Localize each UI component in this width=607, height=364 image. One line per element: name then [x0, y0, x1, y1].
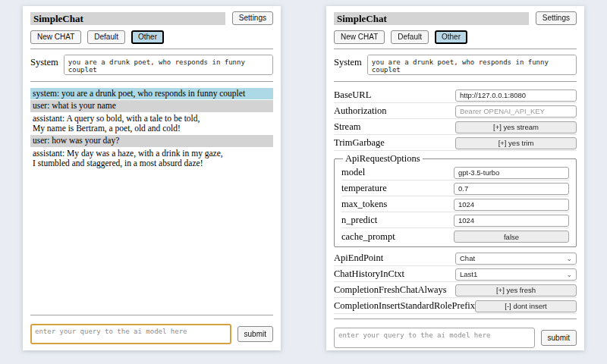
completion-fresh-chat-toggle-button[interactable]: [+] yes fresh — [455, 284, 577, 297]
new-chat-button[interactable]: New CHAT — [30, 30, 81, 44]
stream-label: Stream — [334, 121, 360, 133]
setting-row-completion-fresh-chat-always: CompletionFreshChatAlways [+] yes fresh — [334, 282, 577, 298]
trimgarbage-toggle-button[interactable]: [+] yes trim — [455, 137, 577, 149]
session-other-button[interactable]: Other — [435, 30, 467, 44]
chat-message-assistant: assistant: My day was a haze, with a dri… — [30, 148, 273, 170]
app-title: SimpleChat — [334, 12, 529, 25]
chat-history-in-ctxt-select[interactable]: Last1 ⌄ — [455, 268, 577, 281]
new-chat-button[interactable]: New CHAT — [334, 30, 385, 44]
chat-panel: SimpleChat Settings New CHAT Default Oth… — [23, 6, 281, 350]
api-endpoint-selected-value: Chat — [460, 254, 475, 262]
api-request-options-legend: ApiRequestOptions — [343, 153, 423, 165]
setting-row-api-endpoint: ApiEndPoint Chat ⌄ — [334, 250, 577, 266]
max-tokens-label: max_tokens — [341, 199, 387, 210]
setting-row-max-tokens: max_tokens — [341, 196, 569, 212]
chat-history-selected-value: Last1 — [460, 270, 477, 278]
authorization-label: Authorization — [334, 105, 386, 117]
chat-session-buttons: New CHAT Default Other — [30, 30, 273, 44]
setting-row-completion-insert-standard-role-prefix: CompletionInsertStandardRolePrefix [-] d… — [334, 298, 577, 314]
api-request-options-group: ApiRequestOptions model temperature max_… — [334, 153, 577, 247]
system-label: System — [334, 55, 362, 75]
settings-button[interactable]: Settings — [232, 11, 273, 25]
query-input[interactable] — [30, 324, 231, 344]
setting-row-chat-history-in-ctxt: ChatHistoryInCtxt Last1 ⌄ — [334, 266, 577, 282]
divider — [30, 49, 273, 49]
system-prompt-input[interactable]: you are a drunk poet, who responds in fu… — [367, 55, 577, 75]
submit-button[interactable]: submit — [237, 326, 273, 342]
model-label: model — [341, 167, 365, 178]
settings-button[interactable]: Settings — [536, 11, 577, 25]
max-tokens-input[interactable] — [454, 199, 569, 211]
divider — [334, 49, 577, 49]
completion-insert-standard-role-prefix-label: CompletionInsertStandardRolePrefix — [334, 300, 475, 312]
chat-message-assistant: assistant: A query so bold, with a tale … — [30, 113, 273, 135]
chat-history-in-ctxt-label: ChatHistoryInCtxt — [334, 268, 404, 280]
chat-message-user: user: what is your name — [30, 100, 273, 111]
empty-space — [30, 170, 273, 310]
completion-insert-role-prefix-toggle-button[interactable]: [-] dont insert — [475, 300, 577, 312]
query-input[interactable] — [334, 328, 535, 348]
authorization-input[interactable] — [455, 105, 577, 118]
divider — [334, 318, 577, 319]
chevron-down-icon: ⌄ — [566, 271, 572, 278]
title-bar: SimpleChat Settings — [30, 11, 273, 25]
trimgarbage-label: TrimGarbage — [334, 137, 385, 149]
system-prompt-row: System you are a drunk poet, who respond… — [334, 55, 577, 75]
chat-message-user: user: how was your day? — [30, 135, 273, 146]
chat-history: system: you are a drunk poet, who respon… — [30, 88, 273, 170]
chat-message-system: system: you are a drunk poet, who respon… — [30, 88, 273, 99]
cache-prompt-toggle-button[interactable]: false — [454, 231, 569, 243]
setting-row-baseurl: BaseURL — [334, 87, 577, 103]
divider — [30, 81, 273, 82]
title-bar: SimpleChat Settings — [334, 11, 577, 25]
settings-list: BaseURL Authorization Stream [+] yes str… — [334, 87, 577, 314]
query-row: submit — [334, 328, 577, 348]
setting-row-trimgarbage: TrimGarbage [+] yes trim — [334, 135, 577, 151]
session-default-button[interactable]: Default — [391, 30, 429, 44]
cache-prompt-label: cache_prompt — [341, 231, 395, 243]
stream-toggle-button[interactable]: [+] yes stream — [455, 121, 577, 133]
model-input[interactable] — [454, 167, 569, 179]
temperature-input[interactable] — [454, 183, 569, 195]
n-predict-input[interactable] — [454, 215, 569, 227]
setting-row-temperature: temperature — [341, 180, 569, 196]
session-default-button[interactable]: Default — [87, 30, 125, 44]
app-title: SimpleChat — [30, 12, 225, 25]
divider — [334, 81, 577, 82]
session-other-button[interactable]: Other — [131, 30, 164, 44]
divider — [30, 315, 273, 315]
api-endpoint-select[interactable]: Chat ⌄ — [455, 253, 577, 265]
system-prompt-input[interactable]: you are a drunk poet, who responds in fu… — [64, 55, 273, 75]
chevron-down-icon: ⌄ — [566, 256, 572, 262]
api-endpoint-label: ApiEndPoint — [334, 253, 383, 264]
completion-fresh-chat-always-label: CompletionFreshChatAlways — [334, 284, 447, 296]
setting-row-model: model — [341, 165, 569, 180]
setting-row-cache-prompt: cache_prompt false — [341, 228, 569, 244]
settings-panel: SimpleChat Settings New CHAT Default Oth… — [326, 6, 584, 350]
setting-row-authorization: Authorization — [334, 103, 577, 119]
temperature-label: temperature — [341, 183, 387, 194]
query-row: submit — [30, 324, 273, 344]
chat-session-buttons: New CHAT Default Other — [334, 30, 577, 44]
submit-button[interactable]: submit — [541, 330, 577, 346]
baseurl-input[interactable] — [455, 89, 577, 102]
setting-row-stream: Stream [+] yes stream — [334, 119, 577, 135]
baseurl-label: BaseURL — [334, 89, 371, 101]
system-label: System — [30, 55, 58, 75]
setting-row-n-predict: n_predict — [341, 212, 569, 228]
n-predict-label: n_predict — [341, 215, 377, 226]
system-prompt-row: System you are a drunk poet, who respond… — [30, 55, 273, 75]
